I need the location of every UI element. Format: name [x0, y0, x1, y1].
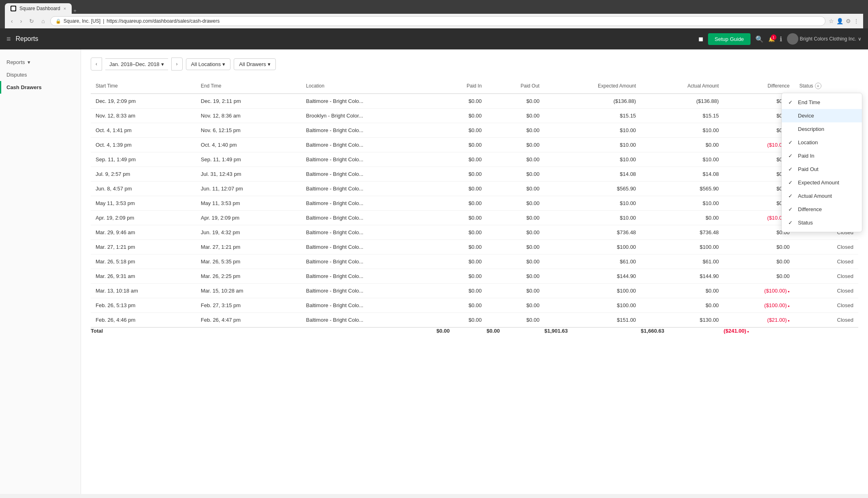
cell-paid-in: $0.00 — [437, 109, 487, 123]
table-row[interactable]: Jul. 9, 2:57 pm Jul. 31, 12:43 pm Baltim… — [91, 167, 858, 182]
dropdown-item[interactable]: Description — [782, 122, 862, 136]
location-filter-label: All Locations — [191, 61, 221, 67]
check-icon: ✓ — [788, 180, 794, 186]
cell-difference: $0.00 — [724, 254, 795, 269]
cell-location: Baltimore - Bright Colo... — [301, 225, 437, 240]
cell-paid-in: $0.00 — [437, 284, 487, 298]
cell-end-time: Feb. 26, 4:47 pm — [196, 313, 301, 328]
svg-rect-0 — [11, 6, 15, 11]
cell-paid-out: $0.00 — [486, 298, 544, 313]
table-row[interactable]: Dec. 19, 2:09 pm Dec. 19, 2:11 pm Baltim… — [91, 94, 858, 109]
app: ≡ Reports ■ Setup Guide 🔍 🔔 1 ℹ Bright C… — [0, 28, 868, 494]
dropdown-item[interactable]: ✓ Difference — [782, 203, 862, 216]
table-row[interactable]: Mar. 26, 5:18 pm Mar. 26, 5:35 pm Baltim… — [91, 254, 858, 269]
dropdown-item-label: Status — [798, 220, 813, 226]
cell-paid-out: $0.00 — [486, 225, 544, 240]
sidebar-disputes-label: Disputes — [6, 72, 27, 78]
col-actual-amount: Actual Amount — [641, 79, 724, 94]
table-row[interactable]: Mar. 26, 9:31 am Mar. 26, 2:25 pm Baltim… — [91, 269, 858, 284]
sidebar-item-cash-drawers[interactable]: Cash Drawers — [0, 81, 81, 94]
total-paid-in: $0.00 — [437, 327, 487, 334]
cell-expected: $565.90 — [544, 182, 641, 196]
cell-expected: $14.08 — [544, 167, 641, 182]
more-icon[interactable]: ⋮ — [853, 18, 859, 24]
table-row[interactable]: Apr. 19, 2:09 pm Apr. 19, 2:09 pm Baltim… — [91, 211, 858, 225]
cell-expected: $61.00 — [544, 254, 641, 269]
cell-start-time: Mar. 29, 9:46 am — [91, 225, 196, 240]
dropdown-item-label: Difference — [798, 206, 822, 212]
column-add-button[interactable]: + — [815, 83, 821, 89]
reload-button[interactable]: ↻ — [27, 17, 36, 25]
cell-end-time: Mar. 26, 2:25 pm — [196, 269, 301, 284]
drawer-filter-label: All Drawers — [239, 61, 266, 67]
check-icon: ✓ — [788, 206, 794, 212]
total-expected: $1,901.63 — [544, 327, 641, 334]
drawer-filter-button[interactable]: All Drawers ▾ — [234, 58, 275, 70]
home-button[interactable]: ⌂ — [39, 17, 47, 25]
sidebar-item-disputes[interactable]: Disputes — [0, 68, 81, 81]
notification-bell[interactable]: 🔔 1 — [768, 36, 775, 42]
cell-end-time: Jun. 19, 4:32 pm — [196, 225, 301, 240]
dropdown-item[interactable]: ✓ Location — [782, 136, 862, 149]
extension-icon[interactable]: ⚙ — [846, 18, 851, 24]
search-icon[interactable]: 🔍 — [755, 35, 763, 43]
date-range-label: Jan. 2018–Dec. 2018 — [109, 61, 160, 67]
cell-paid-out: $0.00 — [486, 313, 544, 328]
new-tab-button[interactable]: + — [73, 8, 77, 14]
dropdown-item-label: Actual Amount — [798, 193, 832, 199]
date-next-button[interactable]: › — [171, 58, 183, 71]
dropdown-item[interactable]: ✓ Status — [782, 216, 862, 229]
dropdown-item[interactable]: ✓ End Time — [782, 96, 862, 109]
user-info[interactable]: Bright Colors Clothing Inc. ∨ — [787, 33, 862, 45]
cell-paid-in: $0.00 — [437, 211, 487, 225]
forward-button[interactable]: › — [18, 17, 24, 25]
dropdown-item[interactable]: ✓ Expected Amount — [782, 176, 862, 189]
cell-start-time: Mar. 26, 5:18 pm — [91, 254, 196, 269]
table-row[interactable]: Nov. 12, 8:33 am Nov. 12, 8:36 am Brookl… — [91, 109, 858, 123]
cell-actual: $130.00 — [641, 313, 724, 328]
table-row[interactable]: Feb. 26, 5:13 pm Feb. 27, 3:15 pm Baltim… — [91, 298, 858, 313]
cell-status: Closed — [795, 284, 858, 298]
date-prev-button[interactable]: ‹ — [91, 58, 102, 71]
table-row[interactable]: May 11, 3:53 pm May 11, 3:53 pm Baltimor… — [91, 196, 858, 211]
table-row[interactable]: Mar. 27, 1:21 pm Mar. 27, 1:21 pm Baltim… — [91, 240, 858, 254]
cell-difference: ($100.00) ● — [724, 284, 795, 298]
top-nav: ≡ Reports ■ Setup Guide 🔍 🔔 1 ℹ Bright C… — [0, 28, 868, 49]
profile-icon[interactable]: 👤 — [836, 18, 843, 24]
tab-close-icon[interactable]: × — [64, 6, 66, 11]
table-row[interactable]: Mar. 29, 9:46 am Jun. 19, 4:32 pm Baltim… — [91, 225, 858, 240]
dropdown-item[interactable]: ✓ Actual Amount — [782, 189, 862, 203]
table-body: Dec. 19, 2:09 pm Dec. 19, 2:11 pm Baltim… — [91, 94, 858, 327]
date-range-button[interactable]: Jan. 2018–Dec. 2018 ▾ — [105, 58, 168, 70]
browser-chrome: Square Dashboard × + ‹ › ↻ ⌂ 🔒 Square, I… — [0, 0, 868, 28]
table-row[interactable]: Sep. 11, 1:49 pm Sep. 11, 1:49 pm Baltim… — [91, 152, 858, 167]
total-paid-out: $0.00 — [486, 327, 544, 334]
sidebar-item-reports[interactable]: Reports ▾ — [0, 56, 81, 68]
hamburger-icon[interactable]: ≡ — [6, 35, 11, 43]
cell-end-time: Feb. 27, 3:15 pm — [196, 298, 301, 313]
lock-icon: 🔒 — [55, 19, 61, 24]
setup-guide-button[interactable]: Setup Guide — [708, 33, 750, 45]
table-row[interactable]: Feb. 26, 4:46 pm Feb. 26, 4:47 pm Baltim… — [91, 313, 858, 328]
dropdown-item[interactable]: ✓ Paid Out — [782, 162, 862, 176]
dropdown-item[interactable]: ✓ Paid In — [782, 149, 862, 162]
address-bar[interactable]: 🔒 Square, Inc. [US] | https://squareup.c… — [50, 16, 825, 26]
star-icon[interactable]: ☆ — [829, 18, 834, 24]
cell-expected: $15.15 — [544, 109, 641, 123]
avatar — [787, 33, 798, 45]
help-icon[interactable]: ℹ — [780, 35, 782, 43]
table-row[interactable]: Mar. 13, 10:18 am Mar. 15, 10:28 am Balt… — [91, 284, 858, 298]
table-row[interactable]: Oct. 4, 1:41 pm Nov. 6, 12:15 pm Baltimo… — [91, 123, 858, 138]
browser-tab[interactable]: Square Dashboard × — [5, 3, 72, 14]
sidebar-reports-label: Reports — [6, 59, 25, 65]
table-row[interactable]: Oct. 4, 1:39 pm Oct. 4, 1:40 pm Baltimor… — [91, 138, 858, 152]
table-row[interactable]: Jun. 8, 4:57 pm Jun. 11, 12:07 pm Baltim… — [91, 182, 858, 196]
cell-paid-in: $0.00 — [437, 167, 487, 182]
col-paid-in: Paid In — [437, 79, 487, 94]
back-button[interactable]: ‹ — [9, 17, 15, 25]
dropdown-item[interactable]: Device — [782, 109, 862, 122]
location-filter-button[interactable]: All Locations ▾ — [186, 58, 231, 70]
cell-actual: $15.15 — [641, 109, 724, 123]
cell-location: Baltimore - Bright Colo... — [301, 269, 437, 284]
cell-actual: $10.00 — [641, 196, 724, 211]
